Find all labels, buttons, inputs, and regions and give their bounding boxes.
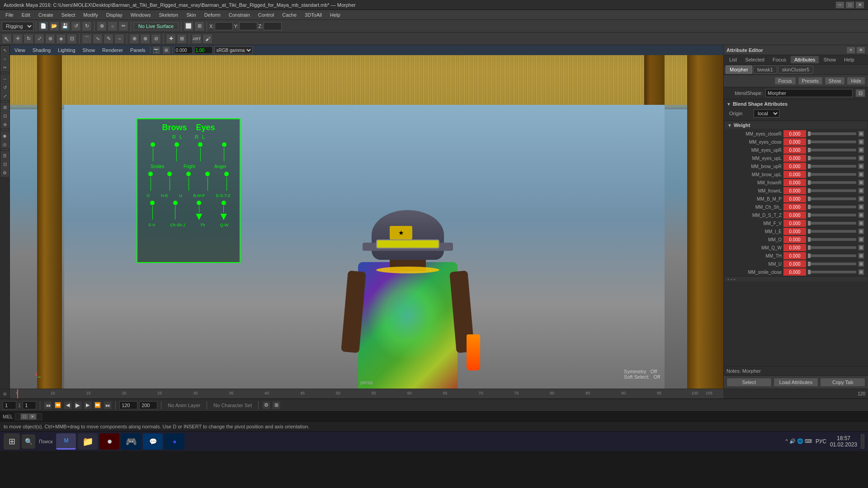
weight-value-17[interactable]	[783, 268, 806, 276]
scale-icon[interactable]: ⤢	[34, 34, 44, 44]
ae-tab-list[interactable]: List	[726, 56, 741, 63]
weight-value-9[interactable]	[783, 203, 806, 211]
mode-select[interactable]: Rigging	[2, 22, 33, 31]
arc-tool-icon[interactable]: ⌢	[114, 34, 124, 44]
maximize-button[interactable]: □	[845, 1, 854, 9]
ae-subtab-morpher[interactable]: Morpher	[726, 66, 752, 74]
origin-select[interactable]: local world	[754, 109, 779, 117]
weight-slider-0[interactable]	[808, 132, 856, 135]
transform-icon[interactable]: ⬜	[184, 21, 193, 31]
maya-taskbar-icon[interactable]: M	[56, 433, 76, 450]
bmp-knob[interactable]	[205, 172, 210, 176]
ae-tab-attributes[interactable]: Attributes	[791, 56, 819, 63]
vp-panels-menu[interactable]: Panels	[127, 47, 148, 53]
weight-slider-6[interactable]	[808, 181, 856, 184]
weight-slider-7[interactable]	[808, 189, 856, 192]
select-tool-icon[interactable]: ↖	[2, 34, 12, 44]
scale-tool-icon[interactable]: ⤢	[1, 92, 9, 100]
vp-grid-icon[interactable]: ⊞	[162, 46, 170, 54]
chshj-knob[interactable]	[173, 201, 178, 205]
channel-box-icon[interactable]: ☰	[1, 151, 9, 160]
menu-help[interactable]: Help	[326, 11, 344, 19]
weight-slider-4[interactable]	[808, 165, 856, 168]
step-forward-button[interactable]: ⏩	[94, 401, 102, 409]
vp-gamma-select[interactable]: sRGB gamma	[214, 46, 253, 54]
weight-slider-13[interactable]	[808, 238, 856, 241]
eyes-r-knob[interactable]	[198, 142, 203, 147]
weight-btn-10[interactable]: ⊞	[858, 212, 864, 218]
menu-windows[interactable]: Windows	[127, 11, 155, 19]
close-button[interactable]: ✕	[855, 1, 864, 9]
render-icon[interactable]: ◎	[1, 140, 9, 148]
ik-icon[interactable]: ⊗	[140, 34, 150, 44]
lasso-select-icon[interactable]: ○	[1, 55, 9, 63]
menu-skin[interactable]: Skin	[183, 11, 199, 19]
sculpt-icon[interactable]: ART	[192, 34, 202, 44]
weight-value-14[interactable]	[783, 244, 806, 251]
prev-frame-button[interactable]: ◀	[64, 401, 72, 409]
fv-knob[interactable]	[150, 201, 155, 205]
weight-btn-3[interactable]: ⊞	[858, 155, 864, 161]
go-to-start-button[interactable]: ⏮	[44, 401, 52, 409]
vp-value2-input[interactable]	[194, 47, 212, 54]
weight-section-header[interactable]: ▼ Weight	[725, 122, 867, 129]
weight-slider-5[interactable]	[808, 173, 856, 176]
weight-btn-11[interactable]: ⊞	[858, 220, 864, 226]
menu-select[interactable]: Select	[58, 11, 79, 19]
move-tool-icon[interactable]: ↔	[1, 75, 9, 83]
weight-value-12[interactable]	[783, 228, 806, 235]
go-to-end-button[interactable]: ⏭	[104, 401, 112, 409]
o-knob[interactable]	[148, 172, 153, 176]
hide-button[interactable]: Hide	[847, 77, 865, 85]
soft-mod-icon[interactable]: ◈	[56, 34, 66, 44]
weight-btn-7[interactable]: ⊞	[858, 188, 864, 194]
weight-slider-12[interactable]	[808, 230, 856, 233]
copy-tab-button[interactable]: Copy Tab	[820, 378, 865, 387]
mel-new-btn[interactable]: □	[20, 413, 28, 420]
weight-slider-9[interactable]	[808, 206, 856, 208]
weight-slider-17[interactable]	[808, 271, 856, 273]
vp-camera-icon[interactable]: 📷	[152, 46, 160, 54]
weight-btn-8[interactable]: ⊞	[858, 196, 864, 202]
weight-btn-1[interactable]: ⊞	[858, 139, 864, 145]
ae-subtab-tweak1[interactable]: tweak1	[753, 66, 777, 74]
ep-curve-icon[interactable]: ∿	[93, 34, 103, 44]
timeline-current-frame[interactable]	[3, 401, 16, 409]
weight-value-11[interactable]	[783, 220, 806, 227]
weight-btn-5[interactable]: ⊞	[858, 171, 864, 178]
timeline-track[interactable]: 5 10 15 20 25 30 35 40 45 50 55 60 65 70…	[10, 389, 723, 399]
lasso-icon[interactable]: ○	[108, 21, 118, 31]
z-input[interactable]	[264, 22, 282, 30]
show-desktop-button[interactable]	[861, 434, 864, 449]
ae-tab-selected[interactable]: Selected	[741, 56, 768, 63]
snap-curve-icon[interactable]: ⊡	[1, 112, 9, 120]
menu-skeleton[interactable]: Skeleton	[155, 11, 182, 19]
ae-expand-button[interactable]: +	[846, 47, 855, 54]
rotate-icon[interactable]: ↻	[24, 34, 33, 44]
snap-icon[interactable]: ⊞	[194, 21, 204, 31]
vp-value1-input[interactable]	[175, 47, 193, 54]
menu-deform[interactable]: Deform	[201, 11, 224, 19]
bsa-header[interactable]: ▼ Blend Shape Attributes	[726, 101, 865, 107]
universal-icon[interactable]: ⊛	[45, 34, 55, 44]
load-attributes-button[interactable]: Load Attributes	[774, 378, 819, 387]
weight-value-16[interactable]	[783, 260, 806, 267]
paint-icon[interactable]: ✏	[118, 21, 128, 31]
save-icon[interactable]: 💾	[60, 21, 70, 31]
ae-tab-help[interactable]: Help	[840, 56, 858, 63]
menu-file[interactable]: File	[2, 11, 17, 19]
vp-renderer-menu[interactable]: Renderer	[99, 47, 126, 53]
weight-btn-4[interactable]: ⊞	[858, 163, 864, 169]
timeline-range-start[interactable]	[23, 401, 36, 409]
weight-btn-16[interactable]: ⊞	[858, 261, 864, 267]
settings-button[interactable]: ⚙	[262, 401, 270, 409]
ae-close-button[interactable]: ✕	[856, 47, 865, 54]
he-knob[interactable]	[167, 172, 172, 176]
qw-knob[interactable]	[222, 201, 226, 205]
search-button[interactable]: 🔍	[22, 434, 35, 449]
presets-button[interactable]: Presets	[798, 77, 823, 85]
pencil-icon[interactable]: ✎	[104, 34, 113, 44]
plus-icon[interactable]: ⊞	[177, 34, 187, 44]
step-back-button[interactable]: ⏪	[54, 401, 62, 409]
undo-icon[interactable]: ↺	[71, 21, 81, 31]
